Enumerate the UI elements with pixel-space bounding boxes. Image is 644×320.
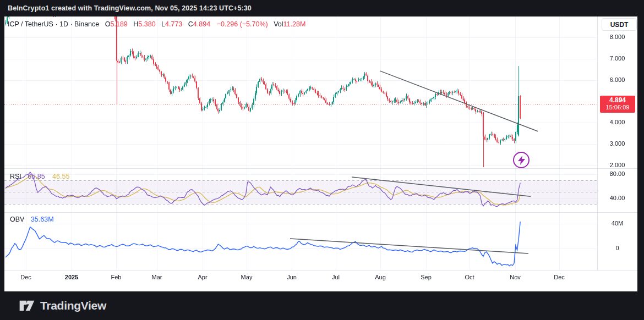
rsi-tick-label: 80.00: [598, 170, 636, 177]
last-price-value: 4.894: [600, 97, 635, 104]
bar-countdown: 15:06:09: [600, 104, 635, 111]
high-label: H: [133, 20, 138, 28]
low-value: 4.773: [165, 20, 182, 28]
rsi-ma-value: 46.55: [52, 173, 69, 180]
rsi-legend[interactable]: RSI 65.85 46.55: [10, 173, 69, 180]
tradingview-wordmark: TradingView: [40, 299, 106, 312]
time-axis-label: Feb: [111, 274, 122, 280]
high-value: 5.380: [138, 20, 155, 28]
attribution-bar: BeInCrypto1 created with TradingView.com…: [0, 0, 644, 16]
time-axis-label: Nov: [510, 274, 521, 280]
time-axis-label: May: [241, 274, 253, 280]
tradingview-logo[interactable]: TradingView: [0, 299, 106, 312]
price-tick-label: 4.000: [598, 119, 636, 125]
symbol-title: ICP / TetherUS · 1D · Binance: [8, 20, 99, 28]
price-tick-label: 8.000: [598, 34, 636, 40]
currency-toggle-button[interactable]: USDT: [602, 18, 637, 31]
time-axis-label: 2025: [65, 274, 78, 280]
price-tick-label: 3.000: [598, 140, 636, 147]
lightning-icon: [517, 156, 526, 165]
rsi-value: 65.85: [28, 173, 45, 180]
time-axis-label: Jul: [332, 274, 340, 280]
open-value: 5.189: [111, 20, 128, 28]
lightning-badge[interactable]: [513, 152, 530, 168]
footer-bar: TradingView: [0, 291, 644, 320]
obv-tick-label: 0: [598, 245, 636, 251]
chart-region[interactable]: ICP / TetherUS · 1D · Binance O5.189 H5.…: [4, 16, 637, 291]
rsi-tick-label: 40.00: [598, 195, 636, 201]
change-value: −0.296 (−5.70%): [217, 20, 268, 28]
time-axis-label: Dec: [554, 274, 565, 280]
obv-label: OBV: [10, 216, 24, 223]
open-label: O: [105, 20, 111, 28]
price-tick-label: 7.000: [598, 55, 636, 62]
time-axis-label: Apr: [198, 274, 207, 280]
obv-value: 35.63M: [31, 216, 54, 223]
volume-label: Vol: [274, 20, 283, 28]
time-axis-label: Jun: [287, 274, 297, 280]
symbol-legend[interactable]: ICP / TetherUS · 1D · Binance O5.189 H5.…: [8, 20, 305, 28]
obv-tick-label: 40M: [598, 220, 636, 227]
time-axis-label: Sep: [421, 274, 432, 280]
time-axis-label: Mar: [152, 274, 162, 280]
close-value: 4.894: [193, 20, 210, 28]
time-axis-label: Oct: [465, 274, 474, 280]
close-label: C: [188, 20, 193, 28]
obv-legend[interactable]: OBV 35.63M: [10, 216, 54, 223]
tradingview-icon: [19, 299, 35, 312]
last-price-label[interactable]: 4.894 15:06:09: [600, 96, 635, 113]
price-chart-canvas[interactable]: [4, 16, 637, 291]
tradingview-screenshot: BeInCrypto1 created with TradingView.com…: [0, 0, 644, 320]
price-tick-label: 6.000: [598, 76, 636, 83]
attribution-text: BeInCrypto1 created with TradingView.com…: [0, 4, 252, 12]
low-label: L: [161, 20, 165, 28]
time-axis-label: Aug: [375, 274, 386, 280]
rsi-label: RSI: [10, 173, 21, 180]
time-axis-label: Dec: [20, 274, 31, 280]
volume-value: 11.28M: [283, 20, 306, 28]
price-tick-label: 2.000: [598, 162, 636, 168]
